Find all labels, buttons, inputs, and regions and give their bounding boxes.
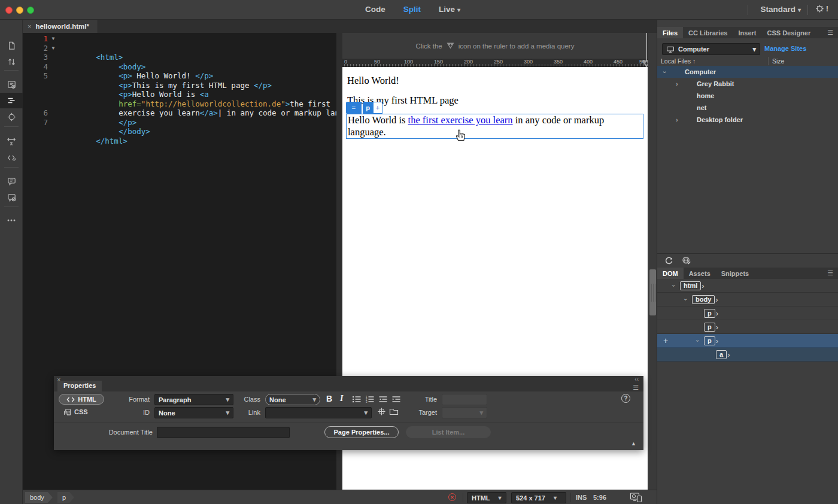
scrollbar-thumb[interactable] (649, 269, 656, 315)
settings-button[interactable]: ! (815, 4, 828, 13)
ordered-list-button[interactable]: 123 (365, 395, 375, 403)
fold-arrow-icon[interactable]: ▼ (48, 34, 59, 44)
panel-menu-icon[interactable]: ☰ (827, 269, 833, 277)
refresh-icon[interactable] (664, 256, 673, 265)
css-mode-button[interactable]: CSS (63, 408, 88, 415)
add-element-button[interactable]: + (373, 102, 382, 114)
doc-type-dropdown[interactable]: HTML▾ (467, 492, 506, 503)
element-menu-icon[interactable]: ≡ (346, 102, 362, 114)
site-select-dropdown[interactable]: Computer ▾ (662, 43, 760, 55)
file-tree-row[interactable]: Computer (657, 66, 838, 78)
file-tree-row[interactable]: net (657, 102, 838, 114)
expander-icon[interactable] (662, 69, 668, 75)
expander-icon[interactable] (673, 283, 680, 289)
file-management-icon[interactable] (0, 54, 23, 69)
dom-tag-pill[interactable]: a (716, 350, 727, 359)
panel-tab[interactable]: Assets (684, 268, 716, 279)
horizontal-ruler[interactable]: 050100150200250300350400450500 (342, 59, 648, 67)
panel-tab[interactable]: DOM (657, 268, 684, 279)
fold-arrow-icon[interactable] (48, 118, 59, 127)
minimize-window-button[interactable] (16, 7, 23, 14)
fold-arrow-icon[interactable] (48, 108, 59, 118)
element-tag-label[interactable]: p (363, 102, 373, 114)
dom-tag-pill[interactable]: p (704, 323, 715, 332)
inspect-mode-icon[interactable] (0, 109, 23, 125)
local-files-column-header[interactable]: Local Files ↑ (661, 57, 696, 65)
workspace-dropdown[interactable]: Standard▾ (760, 5, 801, 14)
dom-tag-pill[interactable]: body (692, 295, 715, 304)
fold-arrow-icon[interactable] (48, 53, 59, 62)
view-mode-button[interactable]: Live▾ (439, 5, 460, 14)
device-preview-icon[interactable] (630, 492, 643, 503)
manage-sites-link[interactable]: Manage Sites (764, 45, 806, 52)
document-tab[interactable]: × helloworld.html* (23, 20, 98, 33)
fold-arrow-icon[interactable] (48, 71, 59, 81)
panel-tab[interactable]: CSS Designer (761, 27, 816, 38)
expander-icon[interactable] (697, 338, 704, 344)
panel-menu-icon[interactable]: ☰ (827, 29, 833, 37)
properties-tab[interactable]: Properties (57, 381, 102, 391)
italic-button[interactable]: I (340, 394, 343, 403)
html-mode-button[interactable]: HTML (59, 394, 104, 405)
close-tab-icon[interactable]: × (28, 23, 31, 30)
dom-tag-pill[interactable]: html (680, 281, 701, 290)
expander-icon[interactable] (674, 117, 680, 123)
zoom-window-button[interactable] (27, 7, 34, 14)
dom-tree-row[interactable]: + body › (657, 293, 838, 306)
live-view-options-icon[interactable] (0, 77, 23, 92)
expander-icon[interactable] (674, 81, 680, 87)
error-icon[interactable]: × (448, 493, 456, 501)
id-dropdown[interactable]: None▾ (154, 407, 233, 418)
window-size-dropdown[interactable]: 524 x 717▾ (511, 492, 566, 503)
dom-tag-pill[interactable]: p (704, 309, 715, 318)
fold-arrow-icon[interactable] (48, 90, 59, 99)
file-tree-row[interactable]: Desktop folder (657, 114, 838, 126)
panel-tab[interactable]: Insert (733, 27, 762, 38)
panel-tab[interactable]: Snippets (716, 268, 754, 279)
expand-panel-icon[interactable]: ▲ (631, 441, 636, 447)
tag-selector-body[interactable]: body (25, 492, 53, 503)
close-window-button[interactable] (5, 7, 13, 14)
link-input[interactable]: ▾ (265, 407, 372, 418)
page-properties-button[interactable]: Page Properties... (324, 426, 399, 438)
expander-icon[interactable] (685, 296, 692, 303)
file-tree-row[interactable]: home (657, 90, 838, 102)
comment-disabled-icon[interactable] (0, 189, 23, 205)
dom-tree-row[interactable]: + p › (657, 306, 838, 320)
fold-arrow-icon[interactable]: ▼ (48, 44, 59, 53)
comment-icon[interactable] (0, 173, 23, 189)
more-tools-icon[interactable] (0, 212, 23, 228)
open-documents-icon[interactable] (0, 38, 23, 53)
unordered-list-button[interactable] (352, 395, 362, 403)
format-dropdown[interactable]: Paragraph▾ (154, 394, 233, 405)
point-to-file-icon[interactable] (377, 407, 386, 416)
code-snippet-icon[interactable] (0, 150, 23, 165)
outdent-button[interactable] (378, 395, 388, 403)
dom-tag-pill[interactable]: p (704, 336, 715, 345)
preview-paragraph[interactable]: Hello World! (347, 75, 399, 87)
dom-tree-row[interactable]: + p › (657, 320, 838, 334)
format-source-icon[interactable] (0, 93, 23, 108)
selected-paragraph[interactable]: Hello World is the first exercise you le… (346, 114, 643, 139)
dom-tree-row[interactable]: + html › (657, 279, 838, 293)
fold-arrow-icon[interactable] (48, 81, 59, 90)
view-mode-button[interactable]: Split (403, 5, 423, 14)
browse-folder-icon[interactable] (389, 408, 399, 415)
tag-selector-p[interactable]: p (57, 492, 74, 503)
document-title-input[interactable] (157, 427, 290, 438)
insert-element-icon[interactable]: + (663, 336, 668, 345)
view-mode-button[interactable]: Code (365, 5, 388, 14)
panel-menu-icon[interactable]: ☰ (633, 384, 639, 391)
fluid-grid-icon[interactable] (0, 133, 23, 149)
dom-tree-row[interactable]: + a › (657, 348, 838, 362)
bold-button[interactable]: B (326, 394, 332, 403)
class-dropdown[interactable]: None▾ (265, 394, 320, 405)
fold-arrow-icon[interactable] (48, 99, 59, 109)
collapse-panel-icon[interactable]: ‹‹ (634, 376, 639, 382)
panel-tab[interactable]: Files (657, 27, 683, 38)
file-tree-row[interactable]: Grey Rabbit (657, 78, 838, 90)
panel-tab[interactable]: CC Libraries (683, 27, 733, 38)
column-divider[interactable] (768, 57, 769, 65)
size-column-header[interactable]: Size (772, 57, 784, 65)
globe-check-icon[interactable] (682, 256, 691, 265)
